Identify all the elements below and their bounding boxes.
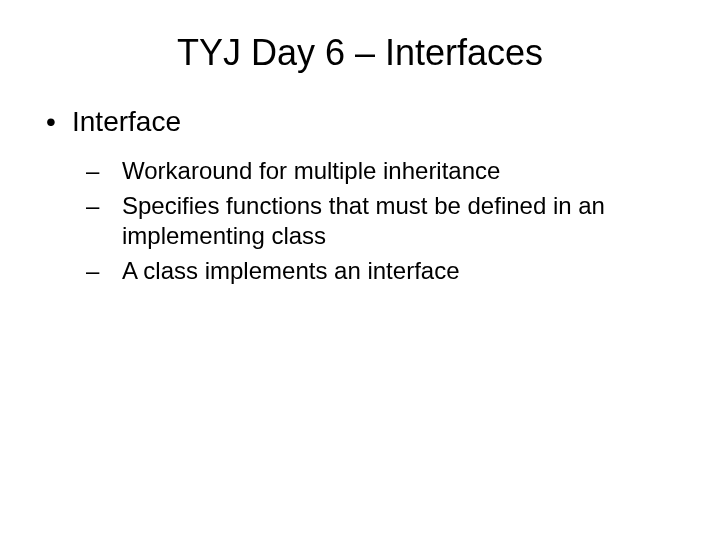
bullet-text: Workaround for multiple inheritance [122,157,500,184]
bullet-label: Interface [72,106,181,137]
slide: TYJ Day 6 – Interfaces Interface –Workar… [0,0,720,540]
bullet-text: Specifies functions that must be defined… [122,192,605,250]
bullet-level1: Interface [40,106,680,138]
slide-title: TYJ Day 6 – Interfaces [40,32,680,74]
dash-icon: – [104,156,122,187]
dash-icon: – [104,256,122,287]
bullet-text: A class implements an interface [122,257,460,284]
bullet-level2: –A class implements an interface [40,256,680,287]
bullet-level2: –Workaround for multiple inheritance [40,156,680,187]
dash-icon: – [104,191,122,222]
bullet-level2: –Specifies functions that must be define… [40,191,680,252]
